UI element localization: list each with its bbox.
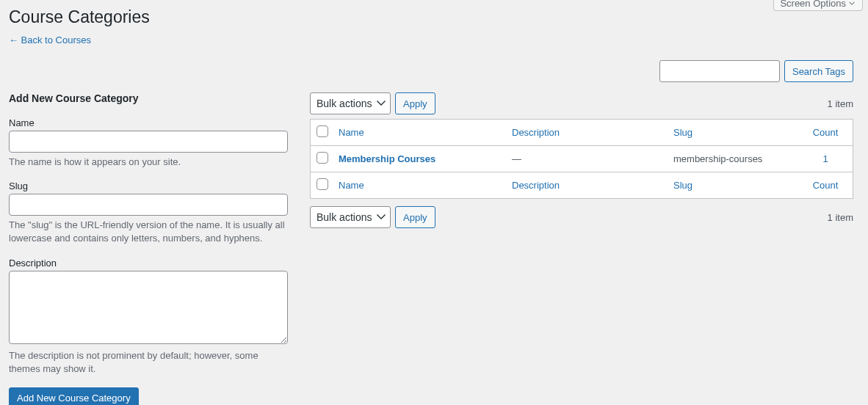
name-label: Name xyxy=(9,117,288,128)
screen-options-label: Screen Options xyxy=(780,0,846,9)
row-description: — xyxy=(504,146,666,172)
name-input[interactable] xyxy=(9,131,288,153)
description-label: Description xyxy=(9,258,288,269)
row-count-link[interactable]: 1 xyxy=(822,153,828,164)
screen-options-button[interactable]: Screen Options xyxy=(773,0,863,11)
page-title: Course Categories xyxy=(9,7,853,34)
description-help: The description is not prominent by defa… xyxy=(9,349,288,376)
col-description-footer[interactable]: Description xyxy=(512,180,560,191)
col-count-footer[interactable]: Count xyxy=(813,180,839,191)
col-slug-header[interactable]: Slug xyxy=(673,127,692,138)
description-textarea[interactable] xyxy=(9,271,288,344)
apply-button-top[interactable]: Apply xyxy=(395,92,435,114)
form-heading: Add New Course Category xyxy=(9,92,288,104)
add-category-button[interactable]: Add New Course Category xyxy=(9,387,139,405)
item-count-top: 1 item xyxy=(828,98,853,109)
select-all-bottom[interactable] xyxy=(317,178,328,190)
slug-input[interactable] xyxy=(9,194,288,216)
slug-label: Slug xyxy=(9,180,288,191)
table-row: Membership Courses — membership-courses … xyxy=(311,146,853,172)
search-input[interactable] xyxy=(659,60,780,82)
back-to-courses-link[interactable]: ← Back to Courses xyxy=(9,34,91,45)
row-checkbox[interactable] xyxy=(317,152,328,164)
categories-table: Name Description Slug Count Membership C… xyxy=(310,119,853,199)
chevron-down-icon xyxy=(847,0,856,8)
search-tags-button[interactable]: Search Tags xyxy=(784,60,853,82)
bulk-actions-select-top[interactable]: Bulk actions xyxy=(310,92,391,114)
select-all-top[interactable] xyxy=(317,125,328,137)
name-help: The name is how it appears on your site. xyxy=(9,156,288,169)
col-name-header[interactable]: Name xyxy=(339,127,364,138)
bulk-actions-select-bottom[interactable]: Bulk actions xyxy=(310,206,391,228)
slug-help: The "slug" is the URL-friendly version o… xyxy=(9,219,288,245)
apply-button-bottom[interactable]: Apply xyxy=(395,206,435,228)
row-name-link[interactable]: Membership Courses xyxy=(339,153,435,164)
row-slug: membership-courses xyxy=(666,146,798,172)
item-count-bottom: 1 item xyxy=(828,212,853,223)
col-slug-footer[interactable]: Slug xyxy=(673,180,692,191)
col-description-header[interactable]: Description xyxy=(512,127,560,138)
col-count-header[interactable]: Count xyxy=(813,127,839,138)
col-name-footer[interactable]: Name xyxy=(339,180,364,191)
